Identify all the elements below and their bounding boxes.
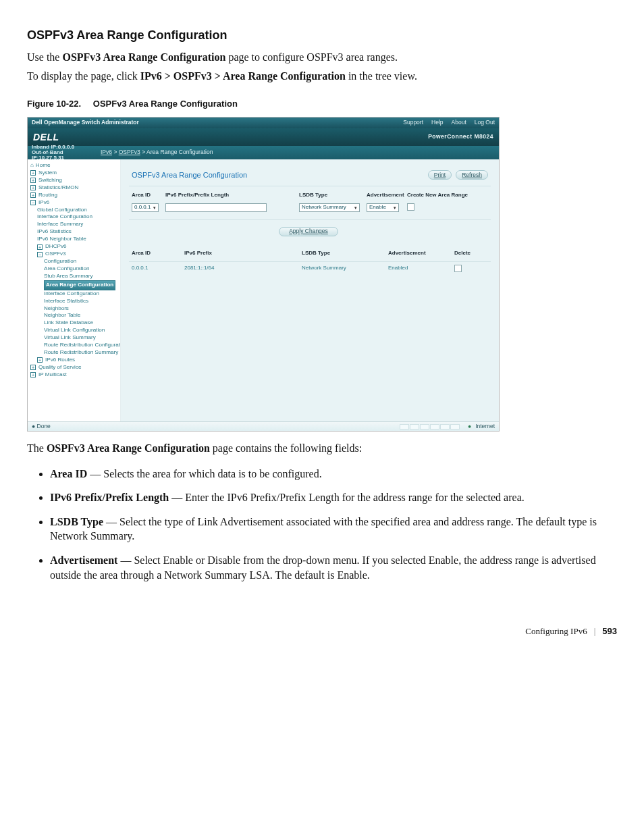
- cell-prefix: 2081:1::1/64: [184, 265, 296, 272]
- ip-breadcrumb-row: Inband IP:0.0.0.0 Out-of-Band IP:10.27.5…: [28, 146, 499, 159]
- col-lsdb-type: LSDB Type: [302, 250, 383, 257]
- nav-paragraph: To display the page, click IPv6 > OSPFv3…: [27, 69, 617, 84]
- intro-paragraph: Use the OSPFv3 Area Range Configuration …: [27, 50, 617, 65]
- link-logout[interactable]: Log Out: [475, 119, 495, 126]
- tree-stats[interactable]: Statistics/RMON: [38, 184, 78, 192]
- crumb-sep: >: [113, 149, 118, 155]
- page-footer: Configuring IPv6 | 593: [27, 625, 617, 637]
- title-bar: Dell OpenManage Switch Administrator Sup…: [28, 118, 499, 128]
- field-list: Area ID — Selects the area for which dat…: [45, 467, 617, 583]
- form-input-row: 0.0.0.1 ▾ Network Summary ▾ Enable ▾: [129, 202, 491, 220]
- expand-icon[interactable]: +: [30, 178, 36, 183]
- status-done-text: Done: [37, 423, 51, 429]
- nav-tree[interactable]: ⌂Home +System +Switching +Statistics/RMO…: [28, 159, 121, 421]
- tree-ospfv3[interactable]: OSPFv3: [45, 251, 66, 258]
- expand-icon[interactable]: +: [30, 170, 36, 176]
- status-cells: [400, 424, 460, 429]
- breadcrumb: IPv6 > OSPFv3 > Area Range Configuration: [95, 149, 213, 156]
- tree-ipv6-routes[interactable]: IPv6 Routes: [45, 357, 75, 364]
- tree-configuration[interactable]: Configuration: [44, 258, 76, 265]
- collapse-icon[interactable]: −: [30, 200, 36, 205]
- field-term: IPv6 Prefix/Prefix Length: [50, 492, 169, 503]
- content-panel: OSPFv3 Area Range Configuration Print Re…: [121, 159, 499, 421]
- refresh-button[interactable]: Refresh: [456, 170, 488, 180]
- expand-icon[interactable]: +: [30, 372, 36, 377]
- figure-caption: Figure 10-22. OSPFv3 Area Range Configur…: [27, 98, 617, 110]
- col-delete: Delete: [454, 250, 488, 257]
- footer-section: Configuring IPv6: [525, 625, 587, 637]
- expand-icon[interactable]: +: [37, 357, 43, 363]
- table-row: 0.0.0.1 2081:1::1/64 Network Summary Ena…: [129, 262, 491, 423]
- expand-icon[interactable]: +: [37, 244, 43, 250]
- field-prefix: IPv6 Prefix/Prefix Length — Enter the IP…: [50, 490, 617, 505]
- link-help[interactable]: Help: [431, 119, 443, 126]
- nav-before: To display the page, click: [27, 70, 140, 82]
- tree-area-config[interactable]: Area Configuration: [44, 265, 90, 273]
- figure-title: OSPFv3 Area Range Configuration: [93, 99, 238, 109]
- advertisement-select[interactable]: Enable ▾: [367, 203, 399, 212]
- area-id-select[interactable]: 0.0.0.1 ▾: [132, 203, 159, 212]
- delete-checkbox[interactable]: [454, 265, 462, 272]
- area-id-value: 0.0.0.1: [134, 204, 151, 211]
- tree-routing[interactable]: Routing: [38, 192, 57, 199]
- field-area-id: Area ID — Selects the area for which dat…: [50, 467, 617, 481]
- field-term: LSDB Type: [50, 516, 103, 527]
- after-before: The: [27, 442, 47, 454]
- after-after: page contains the following fields:: [213, 442, 362, 454]
- panel-header: OSPFv3 Area Range Configuration Print Re…: [129, 166, 491, 186]
- intro-before: Use the: [27, 51, 62, 63]
- apply-changes-button[interactable]: Apply Changes: [279, 227, 338, 236]
- panel-title: OSPFv3 Area Range Configuration: [132, 170, 247, 180]
- field-text: — Enter the IPv6 Prefix/Prefix Length fo…: [171, 492, 524, 503]
- app-screenshot: Dell OpenManage Switch Administrator Sup…: [27, 117, 500, 432]
- form-header-row: Area ID IPv6 Prefix/Prefix Length LSDB T…: [129, 186, 491, 202]
- brand-logo: DELL: [33, 131, 59, 144]
- tree-link-state-db[interactable]: Link State Database: [44, 319, 93, 327]
- tree-route-redist-summary[interactable]: Route Redistribution Summary: [44, 349, 118, 357]
- print-button[interactable]: Print: [428, 170, 452, 180]
- tree-area-range-config-selected[interactable]: Area Range Configuration: [44, 280, 115, 290]
- link-about[interactable]: About: [452, 119, 466, 126]
- tree-stub-area[interactable]: Stub Area Summary: [44, 273, 92, 280]
- tree-global-config[interactable]: Global Configuration: [37, 207, 87, 214]
- status-done-icon: ●: [32, 423, 35, 429]
- tree-ipv6-neighbor[interactable]: IPv6 Neighbor Table: [37, 236, 86, 243]
- after-figure-paragraph: The OSPFv3 Area Range Configuration page…: [27, 441, 617, 456]
- tree-route-redist-config[interactable]: Route Redistribution Configuration: [44, 342, 121, 349]
- crumb-ospfv3[interactable]: OSPFv3: [119, 149, 140, 155]
- tree-interface-config[interactable]: Interface Configuration: [37, 213, 92, 221]
- tree-virtual-link-summary[interactable]: Virtual Link Summary: [44, 334, 96, 342]
- tree-qos[interactable]: Quality of Service: [38, 364, 81, 371]
- lsdb-type-select[interactable]: Network Summary ▾: [299, 203, 360, 212]
- expand-icon[interactable]: +: [30, 185, 36, 190]
- expand-icon[interactable]: +: [30, 365, 36, 370]
- tree-home[interactable]: Home: [36, 162, 51, 170]
- crumb-ipv6[interactable]: IPv6: [101, 149, 112, 155]
- prefix-input[interactable]: [165, 203, 267, 212]
- chevron-down-icon: ▾: [354, 205, 357, 211]
- col-ipv6-prefix: IPv6 Prefix: [184, 250, 296, 257]
- expand-icon[interactable]: +: [30, 192, 36, 198]
- link-support[interactable]: Support: [403, 119, 423, 126]
- tree-ipv6-stats[interactable]: IPv6 Statistics: [37, 228, 72, 236]
- intro-bold: OSPFv3 Area Range Configuration: [62, 51, 225, 63]
- tree-ipv6[interactable]: IPv6: [38, 199, 49, 207]
- create-new-checkbox[interactable]: [407, 203, 414, 211]
- th-create-new: Create New Area Range: [407, 192, 488, 199]
- tree-interface-config-ospf[interactable]: Interface Configuration: [44, 290, 99, 298]
- tree-ip-multicast[interactable]: IP Multicast: [38, 371, 67, 379]
- ip-addresses: Inband IP:0.0.0.0 Out-of-Band IP:10.27.5…: [28, 145, 95, 161]
- tree-interface-summary[interactable]: Interface Summary: [37, 221, 83, 228]
- window-title: Dell OpenManage Switch Administrator: [32, 119, 139, 126]
- cell-lsdb: Network Summary: [302, 265, 383, 272]
- tree-virtual-link-config[interactable]: Virtual Link Configuration: [44, 327, 105, 334]
- tree-switching[interactable]: Switching: [38, 177, 62, 184]
- tree-neighbors[interactable]: Neighbors: [44, 305, 69, 313]
- tree-interface-stats[interactable]: Interface Statistics: [44, 298, 88, 305]
- after-bold: OSPFv3 Area Range Configuration: [47, 442, 210, 454]
- brand-row: DELL PowerConnect M8024: [28, 128, 499, 146]
- tree-neighbor-table[interactable]: Neighbor Table: [44, 312, 80, 319]
- tree-system[interactable]: System: [38, 170, 57, 177]
- tree-dhcpv6[interactable]: DHCPv6: [45, 243, 66, 251]
- collapse-icon[interactable]: −: [37, 252, 43, 257]
